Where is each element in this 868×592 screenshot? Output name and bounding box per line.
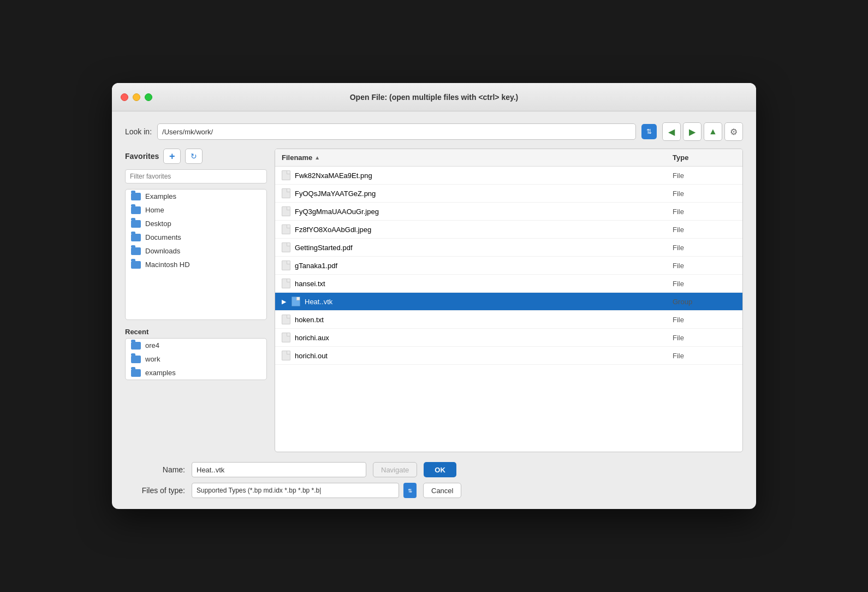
file-name: horichi.out xyxy=(295,352,328,360)
file-name: Fwk82NxaMAEa9Et.png xyxy=(295,171,372,180)
file-cell-name: GettingStarted.pdf xyxy=(275,239,666,256)
bottom-section: Name: Navigate OK Files of type: ⇅ Cance… xyxy=(125,462,743,498)
file-type: File xyxy=(666,312,742,328)
dialog-window: Open File: (open multiple files with <ct… xyxy=(112,83,756,509)
forward-button[interactable]: ▶ xyxy=(683,122,701,141)
traffic-lights xyxy=(121,93,152,101)
file-list[interactable]: Fwk82NxaMAEa9Et.png File FyOQsJMaYAATGeZ… xyxy=(275,167,742,452)
type-spinner[interactable]: ⇅ xyxy=(403,483,417,498)
favorites-header: Favorites + ↻ xyxy=(125,149,267,164)
sidebar-item-macintosh-hd[interactable]: Macintosh HD xyxy=(126,258,266,271)
lookin-bar: Look in: ⇅ ◀ ▶ ▲ ⚙ xyxy=(125,122,743,141)
table-row[interactable]: FyOQsJMaYAATGeZ.png File xyxy=(275,185,742,203)
sidebar-item-examples[interactable]: Examples xyxy=(126,190,266,203)
recent-list[interactable]: ore4 work examples xyxy=(125,338,267,380)
file-cell-name: hansei.txt xyxy=(275,275,666,292)
table-row[interactable]: horichi.out File xyxy=(275,347,742,365)
add-favorite-button[interactable]: + xyxy=(163,149,181,164)
lookin-label: Look in: xyxy=(125,127,152,136)
up-button[interactable]: ▲ xyxy=(704,122,722,141)
file-cell-name: horichi.out xyxy=(275,347,666,364)
sidebar-item-label: Documents xyxy=(145,233,181,241)
close-button[interactable] xyxy=(121,93,128,101)
type-select-wrap: ⇅ xyxy=(192,483,417,498)
sidebar-item-documents[interactable]: Documents xyxy=(126,230,266,244)
window-title: Open File: (open multiple files with <ct… xyxy=(350,93,519,102)
dialog-body: Favorites + ↻ Examples Home xyxy=(125,149,743,452)
nav-buttons: ◀ ▶ ▲ ⚙ xyxy=(662,122,743,141)
folder-icon xyxy=(131,234,141,241)
col-filename-label: Filename xyxy=(282,153,312,162)
file-cell-name: ▶ Heat..vtk xyxy=(275,293,666,310)
table-row[interactable]: hansei.txt File xyxy=(275,275,742,293)
lookin-input-wrap xyxy=(157,123,636,140)
table-row-selected[interactable]: ▶ Heat..vtk Group xyxy=(275,293,742,311)
table-row[interactable]: horichi.aux File xyxy=(275,329,742,347)
name-input[interactable] xyxy=(192,462,366,477)
gear-button[interactable]: ⚙ xyxy=(724,122,743,141)
file-name: gTanaka1.pdf xyxy=(295,262,337,270)
favorites-label: Favorites xyxy=(125,152,159,161)
file-type: File xyxy=(666,168,742,183)
file-type: File xyxy=(666,186,742,202)
file-cell-name: hoken.txt xyxy=(275,311,666,328)
file-icon xyxy=(282,188,290,198)
sidebar-item-home[interactable]: Home xyxy=(126,203,266,217)
recent-label: Recent xyxy=(125,328,267,336)
back-button[interactable]: ◀ xyxy=(662,122,681,141)
maximize-button[interactable] xyxy=(145,93,152,101)
spinner-icon: ⇅ xyxy=(408,488,412,494)
sidebar-item-label: examples xyxy=(145,369,176,377)
lookin-spinner[interactable]: ⇅ xyxy=(641,124,657,139)
table-row[interactable]: gTanaka1.pdf File xyxy=(275,257,742,275)
file-name: hoken.txt xyxy=(295,316,324,324)
sidebar-item-label: Examples xyxy=(145,192,176,200)
sidebar-item-examples-recent[interactable]: examples xyxy=(126,366,266,380)
favorites-list[interactable]: Examples Home Desktop Documents xyxy=(125,189,267,320)
spinner-arrows-icon: ⇅ xyxy=(646,128,652,135)
lookin-input[interactable] xyxy=(162,128,631,136)
file-type: File xyxy=(666,258,742,274)
ok-button[interactable]: OK xyxy=(424,462,456,477)
folder-icon xyxy=(131,206,141,214)
file-icon xyxy=(282,170,290,180)
filter-input[interactable] xyxy=(125,169,267,183)
sidebar-item-desktop[interactable]: Desktop xyxy=(126,217,266,230)
col-type-header: Type xyxy=(666,149,742,166)
file-cell-name: FyOQsJMaYAATGeZ.png xyxy=(275,185,666,202)
sidebar-item-downloads[interactable]: Downloads xyxy=(126,244,266,258)
table-row[interactable]: hoken.txt File xyxy=(275,311,742,329)
file-icon xyxy=(282,206,290,216)
table-row[interactable]: Fwk82NxaMAEa9Et.png File xyxy=(275,167,742,185)
name-label: Name: xyxy=(125,465,185,474)
file-name: Heat..vtk xyxy=(305,298,332,306)
sidebar-item-ore4[interactable]: ore4 xyxy=(126,339,266,352)
file-cell-name: Fwk82NxaMAEa9Et.png xyxy=(275,167,666,184)
folder-icon xyxy=(131,193,141,200)
sort-arrow-icon: ▲ xyxy=(314,155,320,161)
sidebar-item-label: work xyxy=(145,355,160,363)
refresh-button[interactable]: ↻ xyxy=(185,149,203,164)
file-type: File xyxy=(666,222,742,238)
file-cell-name: gTanaka1.pdf xyxy=(275,257,666,274)
minimize-button[interactable] xyxy=(133,93,140,101)
table-row[interactable]: Fz8fYO8XoAAbGdl.jpeg File xyxy=(275,221,742,239)
file-type: File xyxy=(666,240,742,256)
file-table-header: Filename ▲ Type xyxy=(275,149,742,167)
cancel-button[interactable]: Cancel xyxy=(423,483,461,498)
name-row: Name: Navigate OK xyxy=(125,462,743,477)
sidebar-item-work[interactable]: work xyxy=(126,352,266,366)
navigate-button[interactable]: Navigate xyxy=(373,462,417,477)
folder-icon xyxy=(131,261,141,269)
file-name: hansei.txt xyxy=(295,280,325,288)
dialog-content: Look in: ⇅ ◀ ▶ ▲ ⚙ Favorites + ↻ xyxy=(112,111,756,509)
file-name: FyQ3gMmaUAAOuGr.jpeg xyxy=(295,208,379,216)
col-filename-header[interactable]: Filename ▲ xyxy=(275,149,666,166)
table-row[interactable]: FyQ3gMmaUAAOuGr.jpeg File xyxy=(275,203,742,221)
file-cell-name: FyQ3gMmaUAAOuGr.jpeg xyxy=(275,203,666,220)
sidebar-item-label: Home xyxy=(145,206,164,214)
type-select[interactable] xyxy=(192,483,399,498)
file-type: File xyxy=(666,204,742,220)
table-row[interactable]: GettingStarted.pdf File xyxy=(275,239,742,257)
folder-icon xyxy=(131,369,141,377)
